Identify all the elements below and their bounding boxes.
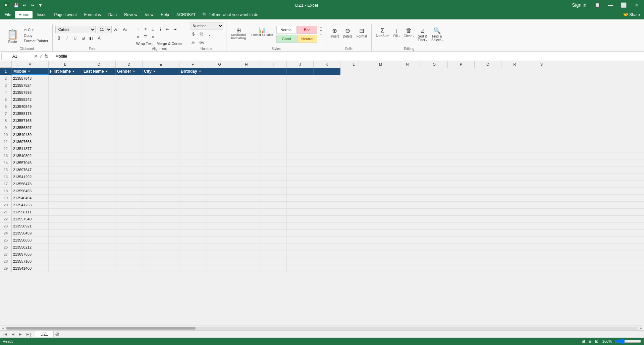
cell-g23[interactable] bbox=[206, 223, 233, 229]
cell-g26[interactable] bbox=[206, 244, 233, 251]
cell-b9[interactable]: Emeka bbox=[49, 124, 82, 131]
cell-h20[interactable] bbox=[233, 202, 260, 208]
cell-b27[interactable]: Nneka bbox=[49, 251, 82, 258]
cell-g9[interactable] bbox=[206, 124, 233, 131]
cell-a5[interactable]: 213558242 bbox=[12, 96, 49, 103]
cell-b10[interactable]: Yemi bbox=[49, 131, 82, 138]
cell-h7[interactable] bbox=[233, 110, 260, 117]
cell-f6[interactable]: 18/06/1987/23/09/1991/30/01/1995 bbox=[179, 103, 206, 110]
cut-btn[interactable]: ✂ Cut bbox=[22, 27, 50, 32]
cell-i15[interactable] bbox=[260, 166, 287, 173]
cell-i3[interactable] bbox=[260, 82, 287, 89]
cell-i29[interactable] bbox=[260, 265, 287, 272]
row-num-4[interactable]: 4 bbox=[0, 89, 12, 96]
cell-h5[interactable] bbox=[233, 96, 260, 103]
cell-h28[interactable] bbox=[233, 258, 260, 265]
cell-c14[interactable]: Harris bbox=[82, 159, 116, 166]
style-good[interactable]: Good bbox=[276, 35, 297, 43]
cell-h24[interactable] bbox=[233, 230, 260, 236]
cell-g13[interactable] bbox=[206, 152, 233, 159]
cell-a23[interactable]: 213558921 bbox=[12, 223, 49, 229]
menu-formulas[interactable]: Formulas bbox=[81, 11, 104, 18]
scroll-down-arrow[interactable]: ▼ bbox=[319, 29, 323, 32]
cell-a21[interactable]: 213558111 bbox=[12, 209, 49, 215]
cell-d26[interactable]: Male bbox=[116, 244, 143, 251]
cell-h6[interactable] bbox=[233, 103, 260, 110]
paste-btn[interactable]: 📋 Paste bbox=[4, 27, 21, 45]
indent-increase-btn[interactable]: ⇥ bbox=[172, 26, 178, 32]
cell-a24[interactable]: 213556459 bbox=[12, 230, 49, 236]
cell-a10[interactable]: 213540430 bbox=[12, 131, 49, 138]
style-neutral[interactable]: Neutral bbox=[297, 35, 317, 43]
menu-acrobat[interactable]: ACROBAT bbox=[173, 11, 199, 18]
row-num-23[interactable]: 23 bbox=[0, 223, 12, 229]
row-num-28[interactable]: 28 bbox=[0, 258, 12, 265]
filter-arrow-gender[interactable]: ▼ bbox=[132, 70, 136, 73]
cell-f24[interactable]: 03/01/1990 bbox=[179, 230, 206, 236]
cell-b25[interactable]: Tunji bbox=[49, 237, 82, 244]
fill-btn[interactable]: ↓ Fill - bbox=[392, 26, 401, 43]
cell-f28[interactable]: 24/01/1990 bbox=[179, 258, 206, 265]
cell-e29[interactable]: Borno bbox=[143, 265, 179, 272]
cell-b26[interactable]: Chibuzor bbox=[49, 244, 82, 251]
cell-f3[interactable]: 14/03/1985/11/08/1990/09/05/1992 bbox=[179, 82, 206, 89]
cell-f14[interactable]: 28/08/1992 bbox=[179, 159, 206, 166]
cell-i17[interactable] bbox=[260, 181, 287, 187]
share-btn[interactable]: 🤝 Share bbox=[621, 12, 643, 18]
cell-i26[interactable] bbox=[260, 244, 287, 251]
cell-e7[interactable]: Kaduna bbox=[143, 110, 179, 117]
cell-c7[interactable]: Wilson bbox=[82, 110, 116, 117]
cell-f4[interactable]: 22/07/1988 bbox=[179, 89, 206, 96]
cell-b2[interactable]: Kim bbox=[49, 75, 82, 82]
cell-b5[interactable]: Ife bbox=[49, 96, 82, 103]
filter-arrow-firstname[interactable]: ▼ bbox=[72, 70, 75, 73]
cell-d12[interactable]: Female bbox=[116, 145, 143, 152]
cell-d20[interactable]: Female bbox=[116, 202, 143, 208]
row-num-27[interactable]: 27 bbox=[0, 251, 12, 258]
increase-decimal-btn[interactable]: .0↑ bbox=[190, 39, 197, 46]
cell-d6[interactable]: Male bbox=[116, 103, 143, 110]
cell-d22[interactable]: Female bbox=[116, 216, 143, 222]
cell-i7[interactable] bbox=[260, 110, 287, 117]
save-btn[interactable]: 💾 bbox=[12, 2, 20, 8]
cell-d8[interactable]: Female bbox=[116, 117, 143, 124]
minimize-btn[interactable]: — bbox=[605, 2, 615, 8]
cell-e18[interactable]: Katsina bbox=[143, 188, 179, 194]
merge-center-btn[interactable]: Merge & Center bbox=[155, 41, 184, 46]
cell-h9[interactable] bbox=[233, 124, 260, 131]
cell-e19[interactable]: Calabar bbox=[143, 195, 179, 201]
cell-f22[interactable]: 07/04/1992 bbox=[179, 216, 206, 222]
cell-c3[interactable]: Jones bbox=[82, 82, 116, 89]
cell-f26[interactable]: 29/11/1992/18/07/1988 bbox=[179, 244, 206, 251]
cell-d29[interactable]: Female bbox=[116, 265, 143, 272]
cell-a15[interactable]: 213697647 bbox=[12, 166, 49, 173]
align-left-btn[interactable]: ≡ bbox=[135, 33, 142, 40]
style-normal[interactable]: Normal bbox=[276, 26, 297, 34]
cell-e23[interactable]: Asaba bbox=[143, 223, 179, 229]
cell-e4[interactable]: Kano bbox=[143, 89, 179, 96]
cell-d2[interactable]: Male bbox=[116, 75, 143, 82]
cell-g20[interactable] bbox=[206, 202, 233, 208]
cell-reference-input[interactable] bbox=[1, 53, 28, 60]
row-num-16[interactable]: 16 bbox=[0, 174, 12, 180]
restore-window-btn[interactable]: 🔲 bbox=[592, 2, 603, 8]
col-header-h[interactable]: H bbox=[233, 61, 260, 68]
cell-b8[interactable]: Ngozi bbox=[49, 117, 82, 124]
cell-i5[interactable] bbox=[260, 96, 287, 103]
cell-g12[interactable] bbox=[206, 145, 233, 152]
cell-e22[interactable]: Akure bbox=[143, 216, 179, 222]
cell-e12[interactable]: Port Harcourt bbox=[143, 145, 179, 152]
filter-arrow-birthday[interactable]: ▼ bbox=[199, 70, 202, 73]
row-num-7[interactable]: 7 bbox=[0, 110, 12, 117]
cell-b19[interactable]: Kunle bbox=[49, 195, 82, 201]
cell-a4[interactable]: 213557898 bbox=[12, 89, 49, 96]
row-num-14[interactable]: 14 bbox=[0, 159, 12, 166]
cell-d28[interactable]: Male bbox=[116, 258, 143, 265]
cell-i24[interactable] bbox=[260, 230, 287, 236]
cell-i27[interactable] bbox=[260, 251, 287, 258]
cell-b16[interactable]: Sola bbox=[49, 174, 82, 180]
cell-c20[interactable]: Clark bbox=[82, 202, 116, 208]
cell-g21[interactable] bbox=[206, 209, 233, 215]
cell-h27[interactable] bbox=[233, 251, 260, 258]
cell-e10[interactable]: Warri bbox=[143, 131, 179, 138]
